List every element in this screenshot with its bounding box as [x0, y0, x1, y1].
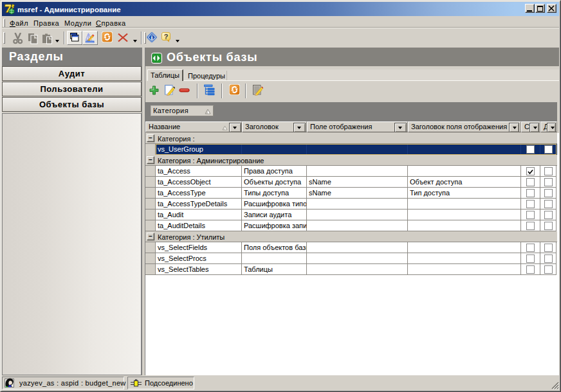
svg-text:?: ? [164, 33, 169, 40]
svg-text:i: i [151, 34, 153, 41]
